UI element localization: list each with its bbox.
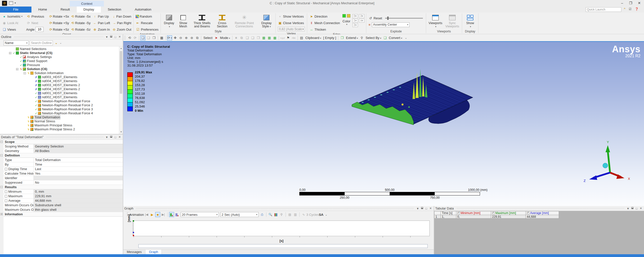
details-value[interactable]: All Bodies <box>34 149 123 153</box>
column-header-maximum[interactable]: Maximum [mm] <box>491 211 526 215</box>
pan-down-button[interactable]: ↓Pan Down <box>111 13 132 20</box>
next-view-button[interactable]: ⟳Next <box>25 20 48 26</box>
rotate-plus-sx-button[interactable]: ⟳Rotate +Sx <box>48 13 70 20</box>
tab-automation[interactable]: Automation <box>128 7 158 13</box>
tree-item[interactable]: ✓Analysis Settings <box>0 55 123 59</box>
show-panels-button[interactable]: Show▾ <box>463 13 477 30</box>
random-colors-button[interactable]: Random <box>135 13 159 20</box>
assembly-center-select[interactable]: Assembly Center▾ <box>372 22 410 27</box>
outline-scrollbar[interactable]: ▲ ▼ <box>119 46 123 134</box>
stop-icon[interactable]: ■ <box>155 212 160 217</box>
triad-origin-sphere[interactable] <box>603 163 608 168</box>
label-probe-icon[interactable]: ⚑ <box>286 35 291 40</box>
tree-expander-icon[interactable]: − <box>16 68 18 70</box>
annotation-tag-icon[interactable]: Abc <box>291 35 296 40</box>
outline-filter-select[interactable]: Name▾ <box>4 40 29 45</box>
coordinate-probe-icon[interactable]: x,y,z <box>280 35 285 40</box>
tab-home[interactable]: Home <box>31 7 54 13</box>
export-video-icon[interactable]: ⎙ <box>260 212 265 217</box>
tree-item[interactable]: ✓nd002_HDST_Elements <box>0 95 123 99</box>
help-icon[interactable]: ❓ <box>634 7 639 11</box>
details-menu-icon[interactable]: ▼ <box>105 136 109 139</box>
details-row[interactable]: Average44,688 mm <box>4 198 123 203</box>
explode-slider-handle[interactable] <box>387 17 389 20</box>
checkbox-icon[interactable] <box>457 212 460 214</box>
deformed-model[interactable] <box>337 67 493 140</box>
viewports-button[interactable]: Viewports▾ <box>427 13 444 30</box>
details-maximize-icon[interactable]: □ <box>113 136 117 139</box>
isometric-button[interactable]: ●Isometric▾ <box>1 13 25 20</box>
shaded-exterior-icon[interactable]: ❑ <box>140 35 145 40</box>
details-value[interactable]: Substructure shell <box>34 203 123 207</box>
timeline-scrollbar[interactable] <box>138 244 428 248</box>
select-vertices-filter-icon[interactable]: ⌗ <box>234 35 239 40</box>
tree-item[interactable]: ϟMaximum Principal Stress <box>0 123 123 127</box>
show-vertices-button[interactable]: ▫Show Vertices <box>277 13 306 20</box>
select-mesh-nodes-icon[interactable]: ▦ <box>261 35 266 40</box>
minimize-button[interactable]: – <box>618 0 626 6</box>
toolbar-drag-handle[interactable] <box>124 36 126 40</box>
scroll-down-icon[interactable]: ▼ <box>119 130 123 134</box>
details-value[interactable]: Geometry Selection <box>34 144 123 148</box>
details-row[interactable]: Maximum Occurs Onthin glass shell <box>4 208 123 212</box>
show-mesh-toggle-icon[interactable]: ▦ <box>159 35 164 40</box>
tree-item[interactable]: ✓Newton-Raphson Residual Force 2 <box>0 103 123 107</box>
outline-menu-icon[interactable]: ▼ <box>105 35 109 38</box>
details-section-row[interactable]: −Results <box>4 185 123 189</box>
edge-option-3-select[interactable]: 3▾ <box>359 14 365 18</box>
tree-item[interactable]: −✓Static Structural (C5) <box>0 51 123 55</box>
rescale-annotation-button[interactable]: ⇤Rescale <box>135 20 159 26</box>
zoom-fit-icon[interactable]: ⊚ <box>189 35 194 40</box>
last-frame-icon[interactable]: ▶| <box>161 212 166 217</box>
tabular-maximize-icon[interactable]: □ <box>634 207 639 210</box>
viewport-3d[interactable]: C: Copy of Static Structural Total Defor… <box>123 42 644 206</box>
details-value[interactable]: Total Deformation <box>34 158 123 162</box>
outline-maximize-icon[interactable]: □ <box>113 35 117 38</box>
context-tab[interactable]: Context <box>70 1 104 7</box>
tab-messages[interactable]: Messages <box>123 250 145 254</box>
edge-option-x-select[interactable]: x▾ <box>359 19 365 23</box>
graph-maximize-icon[interactable]: □ <box>424 207 428 210</box>
mode-cursor-icon[interactable]: ➤ <box>214 35 219 40</box>
details-row[interactable]: Maximum229,91 mm <box>4 194 123 198</box>
details-value[interactable]: thin glass shell <box>34 208 123 212</box>
rotate-minus-sy-button[interactable]: ⟲Rotate -Sy <box>70 20 92 26</box>
details-row[interactable]: Minimum Occurs OnSubstructure shell <box>4 203 123 208</box>
restore-button[interactable]: ❐ <box>626 0 635 6</box>
tab-selection[interactable]: Selection <box>101 7 128 13</box>
probe-graph-icon[interactable]: ⚲ <box>279 212 284 217</box>
tree-item[interactable]: ✓nd001_HDST_Elements <box>0 91 123 95</box>
outline-search-input[interactable] <box>30 40 53 45</box>
tree-item[interactable]: −ϟSolution Information <box>0 71 123 75</box>
details-value[interactable]: 0, mm <box>34 189 123 194</box>
select-bodies-filter-icon[interactable]: ❑ <box>250 35 255 40</box>
tree-item[interactable]: Named Selections <box>0 47 123 51</box>
outline-close-icon[interactable]: ✕ <box>117 35 122 38</box>
tree-item[interactable]: ✗nd003_HDST_Elements <box>0 75 123 79</box>
display-style-button[interactable]: Display Style▾ <box>258 13 274 30</box>
details-value[interactable]: Last <box>34 167 123 171</box>
section-expander-icon[interactable]: − <box>1 186 3 188</box>
tab-file[interactable]: File <box>0 7 31 13</box>
tabular-pin-icon[interactable] <box>630 207 634 210</box>
tabular-close-icon[interactable]: ✕ <box>639 207 643 210</box>
vertex-scale-select[interactable]: 0,82 (Auto Scale▾ <box>278 27 305 31</box>
zoom-graph-icon[interactable]: 🔍 <box>268 212 273 217</box>
pan-right-button[interactable]: →Pan Right <box>111 20 132 26</box>
rotate-plus-sy-button[interactable]: ⟳Rotate +Sy <box>48 20 70 26</box>
tree-item[interactable]: ✗nd003_HDST_Elements 2 <box>0 83 123 87</box>
history-back-icon[interactable]: ⟲ <box>127 35 132 40</box>
mode-dropdown[interactable]: Mode▾ <box>220 36 230 40</box>
column-header-average[interactable]: Average [mm] <box>526 211 559 215</box>
tree-item[interactable]: −ϟSolution (C6) <box>0 67 123 71</box>
tree-item[interactable]: ϟTotal Deformation <box>0 115 123 119</box>
tree-expander-icon[interactable]: − <box>9 52 11 54</box>
tree-item[interactable]: ✓Newton-Raphson Residual Force 4 <box>0 111 123 115</box>
distributed-frames-icon[interactable] <box>169 212 174 217</box>
tree-expander-icon[interactable]: − <box>24 72 26 74</box>
views-button[interactable]: ❑Views <box>1 26 25 33</box>
rotate-minus-sz-button[interactable]: ⟲Rotate -Sz <box>70 26 92 33</box>
convert-dropdown[interactable]: Convert▾ <box>389 36 402 40</box>
result-sets-icon[interactable] <box>175 212 180 217</box>
thicken-button[interactable]: ↔Thicken <box>308 26 341 33</box>
